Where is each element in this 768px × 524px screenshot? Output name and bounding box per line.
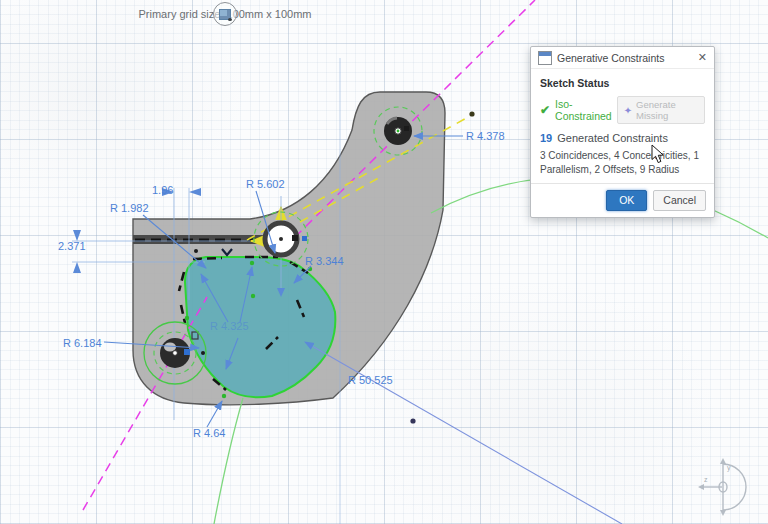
axis-label-y: y <box>727 464 731 472</box>
generative-constraints-dialog: Generative Constraints ✕ Sketch Status ✔… <box>530 46 715 218</box>
generative-constraints-icon <box>538 51 552 65</box>
dim-label[interactable]: R 1.982 <box>110 202 149 214</box>
constraint-count-label: Generated Constraints <box>557 132 668 144</box>
close-icon[interactable]: ✕ <box>698 52 707 63</box>
sketch-status-header: Sketch Status <box>540 77 705 89</box>
dim-label[interactable]: 2.371 <box>58 240 86 252</box>
dim-label[interactable]: R 3.344 <box>305 255 344 267</box>
sparkle-icon: ✦ <box>624 105 632 116</box>
dim-label[interactable]: R 5.602 <box>246 178 285 190</box>
ok-button[interactable]: OK <box>606 190 647 211</box>
axis-label-z: z <box>704 476 708 483</box>
axis-triad: y z <box>698 458 746 516</box>
dim-label[interactable]: R 6.184 <box>63 337 102 349</box>
dim-label[interactable]: 1.96 <box>152 184 173 196</box>
construction-arc-small[interactable] <box>214 398 243 524</box>
view-cube-icon <box>219 9 231 20</box>
dim-label[interactable]: R 50.525 <box>348 374 393 386</box>
cancel-button[interactable]: Cancel <box>653 190 706 211</box>
generate-missing-label: Generate Missing <box>636 99 698 121</box>
iso-constrained-status: Iso-Constrained <box>555 98 612 122</box>
dim-label[interactable]: R 4.64 <box>193 427 225 439</box>
generate-missing-button[interactable]: ✦ Generate Missing <box>617 96 705 124</box>
dim-label[interactable]: R 4.325 <box>210 320 249 332</box>
constraint-summary: 3 Coincidences, 4 Concentricities, 1 Par… <box>540 149 705 177</box>
dialog-title-bar[interactable]: Generative Constraints ✕ <box>531 47 714 69</box>
check-icon: ✔ <box>540 103 550 117</box>
dialog-title: Generative Constraints <box>557 52 693 64</box>
constraint-count: 19 <box>540 132 552 144</box>
dim-label[interactable]: R 4.378 <box>466 130 505 142</box>
grid-size-icon[interactable] <box>213 2 237 26</box>
